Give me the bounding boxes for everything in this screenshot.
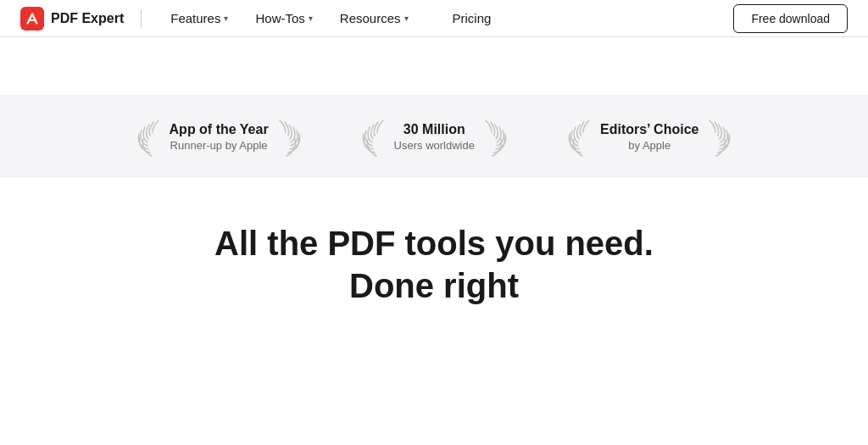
chevron-down-icon: ▾ (224, 14, 228, 23)
nav-label-resources: Resources (340, 11, 401, 25)
award-title: App of the Year (170, 122, 269, 137)
hero-section: All the PDF tools you need. Done right (0, 178, 868, 307)
nav-item-features[interactable]: Features ▾ (159, 6, 240, 31)
chevron-down-icon: ▾ (309, 14, 313, 23)
nav-item-howtos[interactable]: How-Tos ▾ (243, 6, 324, 31)
free-download-button[interactable]: Free download (733, 4, 848, 33)
nav-label-howtos: How-Tos (255, 11, 304, 25)
brand[interactable]: PDF Expert (20, 7, 124, 31)
laurel-right-icon-2 (485, 114, 512, 159)
award-text-editors-choice: Editors’ Choice by Apple (600, 122, 698, 152)
navbar-actions: Free download (733, 4, 848, 33)
navbar-divider (141, 9, 142, 28)
award-subtitle-3: by Apple (600, 139, 698, 152)
hero-title: All the PDF tools you need. Done right (0, 222, 868, 307)
laurel-left-icon-3 (563, 114, 590, 159)
award-item-editors-choice: Editors’ Choice by Apple (563, 114, 736, 159)
nav-label-features: Features (170, 11, 220, 25)
nav-item-resources[interactable]: Resources ▾ (328, 6, 420, 31)
award-item-30million: 30 Million Users worldwide (357, 114, 512, 159)
nav-label-pricing: Pricing (453, 11, 492, 25)
awards-banner: App of the Year Runner-up by Apple (0, 95, 868, 178)
chevron-down-icon: ▾ (404, 14, 409, 23)
hero-line1: All the PDF tools you need. (214, 225, 654, 262)
laurel-left-icon (132, 114, 159, 159)
navbar-nav: Features ▾ How-Tos ▾ Resources ▾ Pricing (159, 6, 733, 31)
award-text-30million: 30 Million Users worldwide (394, 122, 475, 152)
navbar: PDF Expert Features ▾ How-Tos ▾ Resource… (0, 0, 868, 37)
nav-item-pricing[interactable]: Pricing (441, 6, 504, 31)
award-title-2: 30 Million (394, 122, 475, 137)
brand-name: PDF Expert (51, 11, 124, 26)
laurel-right-icon (279, 114, 306, 159)
award-text-app-of-year: App of the Year Runner-up by Apple (170, 122, 269, 152)
award-title-3: Editors’ Choice (600, 122, 698, 137)
hero-line2: Done right (349, 267, 519, 304)
award-item-app-of-year: App of the Year Runner-up by Apple (132, 114, 306, 159)
laurel-left-icon-2 (357, 114, 384, 159)
award-subtitle-2: Users worldwide (394, 139, 475, 152)
laurel-right-icon-3 (709, 114, 736, 159)
award-subtitle: Runner-up by Apple (170, 139, 269, 152)
logo-icon (20, 7, 44, 31)
